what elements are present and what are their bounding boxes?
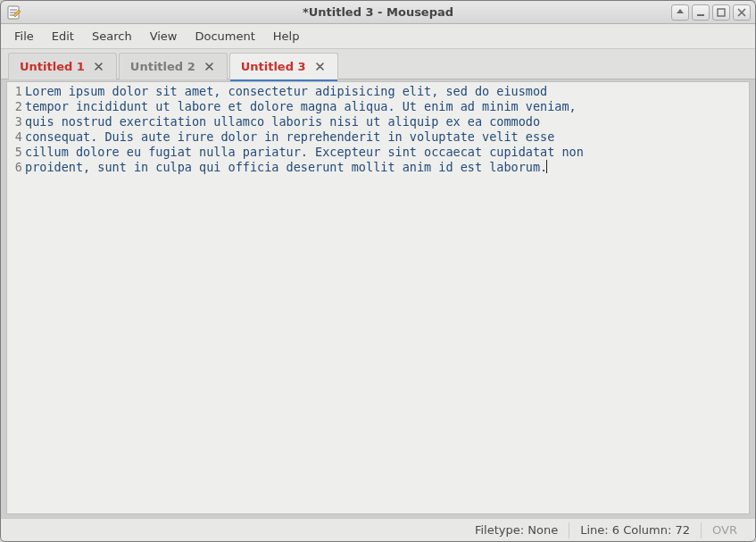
- editor-line: proident, sunt in culpa qui officia dese…: [25, 160, 745, 175]
- line-number: 6: [7, 160, 22, 175]
- editor-line: cillum dolore eu fugiat nulla pariatur. …: [25, 145, 745, 160]
- line-number: 4: [7, 129, 22, 145]
- window-keep-above-button[interactable]: [671, 4, 689, 21]
- editor-line: consequat. Duis aute irure dolor in repr…: [25, 129, 745, 145]
- close-icon[interactable]: [314, 60, 327, 72]
- tab-bar: Untitled 1Untitled 2Untitled 3: [1, 49, 755, 79]
- line-number: 1: [7, 84, 22, 99]
- line-number: 5: [7, 145, 22, 160]
- text-editor[interactable]: Lorem ipsum dolor sit amet, consectetur …: [25, 82, 749, 513]
- status-cursor-position: Line: 6 Column: 72: [569, 522, 701, 538]
- menu-help[interactable]: Help: [265, 25, 308, 47]
- document-tab[interactable]: Untitled 3: [229, 53, 338, 79]
- document-tab[interactable]: Untitled 1: [8, 53, 117, 79]
- menubar: File Edit Search View Document Help: [1, 24, 755, 49]
- svg-rect-1: [697, 14, 704, 16]
- editor-line: quis nostrud exercitation ullamco labori…: [25, 114, 745, 129]
- app-icon: [6, 4, 22, 21]
- menu-file[interactable]: File: [6, 25, 42, 47]
- tab-label: Untitled 3: [241, 60, 306, 73]
- editor-line: Lorem ipsum dolor sit amet, consectetur …: [25, 84, 745, 99]
- line-number-gutter: 123456: [7, 82, 25, 513]
- svg-rect-2: [718, 9, 725, 16]
- status-overwrite-mode[interactable]: OVR: [701, 522, 748, 538]
- menu-view[interactable]: View: [142, 25, 186, 47]
- text-cursor: [546, 160, 547, 173]
- line-number: 3: [7, 114, 22, 129]
- window-title: *Untitled 3 - Mousepad: [1, 5, 755, 19]
- window-controls: [671, 4, 755, 21]
- statusbar: Filetype: None Line: 6 Column: 72 OVR: [1, 518, 755, 541]
- close-icon[interactable]: [93, 61, 105, 73]
- line-number: 2: [7, 99, 22, 114]
- tab-label: Untitled 2: [130, 60, 195, 73]
- tab-label: Untitled 1: [20, 60, 85, 73]
- menu-search[interactable]: Search: [84, 25, 140, 47]
- status-filetype[interactable]: Filetype: None: [464, 522, 569, 538]
- editor-area: 123456 Lorem ipsum dolor sit amet, conse…: [6, 81, 750, 514]
- menu-edit[interactable]: Edit: [44, 25, 82, 47]
- close-icon[interactable]: [204, 61, 216, 73]
- window-maximize-button[interactable]: [712, 4, 730, 21]
- titlebar: *Untitled 3 - Mousepad: [1, 1, 755, 24]
- window-minimize-button[interactable]: [692, 4, 710, 21]
- menu-document[interactable]: Document: [187, 25, 262, 47]
- editor-line: tempor incididunt ut labore et dolore ma…: [25, 99, 745, 114]
- document-tab[interactable]: Untitled 2: [119, 53, 228, 79]
- window-close-button[interactable]: [733, 4, 751, 21]
